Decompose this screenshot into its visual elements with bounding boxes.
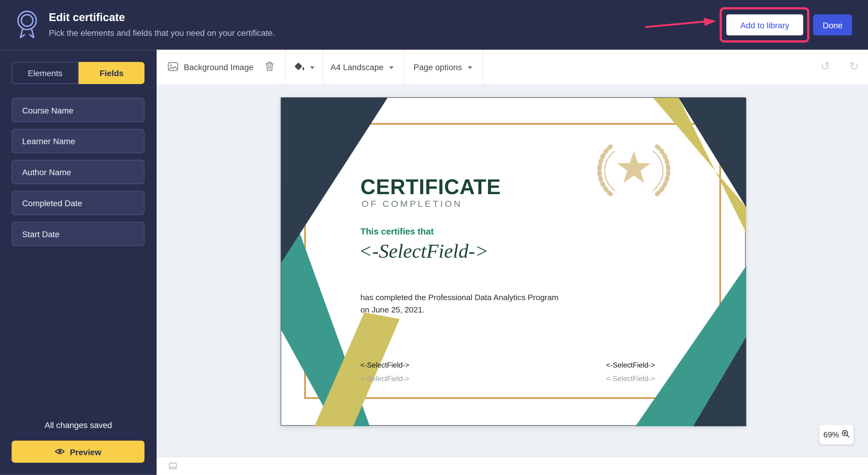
- background-image-button[interactable]: Background Image: [168, 50, 254, 84]
- chevron-down-icon: [310, 66, 315, 69]
- field-item-author-name[interactable]: Author Name: [12, 160, 145, 184]
- toolbar-divider: [483, 50, 484, 84]
- certificate-subtitle[interactable]: OF COMPLETION: [361, 198, 462, 209]
- certifies-line[interactable]: This certifies that: [361, 227, 434, 237]
- certificate-badge-icon: [15, 9, 39, 42]
- header: Edit certificate Pick the elements and f…: [0, 0, 868, 50]
- certificate-body-line1[interactable]: has completed the Professional Data Anal…: [361, 293, 558, 302]
- footer-left-subfield-placeholder[interactable]: <-SelectField->: [361, 374, 409, 382]
- chevron-down-icon: [389, 66, 394, 69]
- page-strip: [157, 456, 868, 475]
- toolbar-divider: [323, 50, 323, 84]
- toolbar-divider: [285, 50, 286, 84]
- page-size-label: A4 Landscape: [331, 63, 384, 72]
- zoom-control[interactable]: 69%: [819, 425, 854, 445]
- certificate-title[interactable]: CERTIFICATE: [361, 175, 501, 199]
- editor-toolbar: Background Image: [157, 50, 868, 85]
- paint-fill-icon: [294, 61, 306, 73]
- delete-background-button[interactable]: [265, 50, 274, 84]
- done-button[interactable]: Done: [813, 14, 852, 36]
- field-item-learner-name[interactable]: Learner Name: [12, 129, 145, 153]
- annotation-arrow-icon: [644, 16, 718, 34]
- editor-canvas: CERTIFICATE OF COMPLETION This certifies…: [157, 85, 868, 456]
- page-size-dropdown[interactable]: A4 Landscape: [331, 50, 394, 84]
- save-status: All changes saved: [0, 420, 157, 430]
- certificate-body-line2[interactable]: on June 25, 2021.: [361, 305, 425, 314]
- app-window: Edit certificate Pick the elements and f…: [0, 0, 868, 475]
- page-options-dropdown[interactable]: Page options: [413, 50, 472, 84]
- page-subtitle: Pick the elements and fields that you ne…: [49, 28, 275, 38]
- background-image-label: Background Image: [184, 63, 253, 72]
- certificate-page[interactable]: CERTIFICATE OF COMPLETION This certifies…: [281, 97, 746, 426]
- zoom-magnifier-icon: [841, 430, 849, 439]
- toolbar-divider: [404, 50, 404, 84]
- tab-fields[interactable]: Fields: [79, 62, 145, 84]
- footer-right-field-placeholder[interactable]: <-SelectField->: [606, 361, 655, 369]
- trash-icon: [265, 61, 274, 73]
- redo-button[interactable]: ↻: [847, 50, 861, 84]
- add-to-library-button[interactable]: Add to library: [726, 14, 803, 36]
- certificate-decorations: [281, 97, 747, 427]
- laurel-wreath-icon: [599, 146, 668, 194]
- eye-icon: [55, 447, 65, 456]
- chevron-down-icon: [467, 66, 472, 69]
- page-options-label: Page options: [413, 63, 462, 72]
- preview-button[interactable]: Preview: [12, 441, 145, 463]
- field-item-course-name[interactable]: Course Name: [12, 98, 145, 122]
- field-item-start-date[interactable]: Start Date: [12, 222, 145, 246]
- sidebar-tabs: Elements Fields: [12, 62, 145, 84]
- footer-left-field-placeholder[interactable]: <-SelectField->: [361, 361, 409, 369]
- undo-button[interactable]: ↺: [819, 50, 832, 84]
- page-thumbnail-icon[interactable]: [169, 462, 177, 472]
- image-icon: [168, 62, 179, 73]
- page-title: Edit certificate: [49, 11, 125, 24]
- preview-button-label: Preview: [70, 447, 101, 456]
- zoom-level: 69%: [824, 430, 839, 439]
- learner-name-field-placeholder[interactable]: <-SelectField->: [359, 239, 489, 263]
- fill-color-dropdown[interactable]: [294, 50, 314, 84]
- sidebar: Elements Fields Course Name Learner Name…: [0, 50, 157, 475]
- footer-right-subfield-placeholder[interactable]: <-SelectField->: [606, 374, 655, 382]
- tab-elements[interactable]: Elements: [12, 62, 79, 84]
- field-item-completed-date[interactable]: Completed Date: [12, 191, 145, 215]
